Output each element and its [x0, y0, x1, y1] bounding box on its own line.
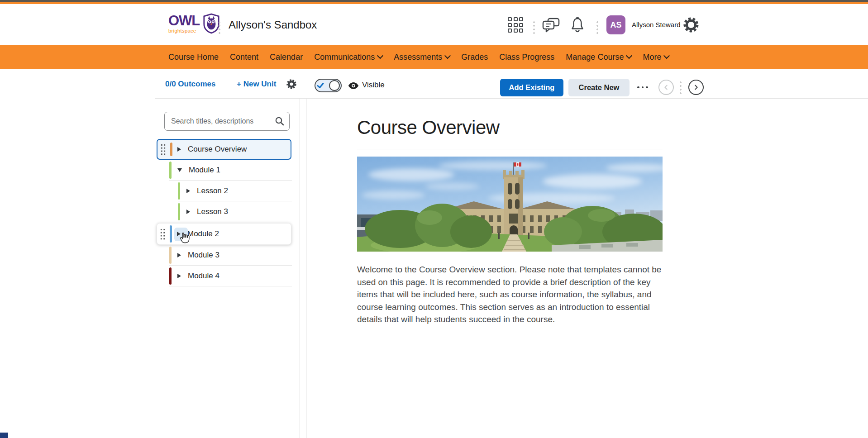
nav-content[interactable]: Content	[230, 52, 258, 62]
logo-subtext: brightspace	[168, 29, 200, 34]
header-divider	[596, 20, 598, 34]
chevron-down-icon	[626, 52, 632, 59]
sidebar-divider	[300, 99, 300, 438]
tree-item-module-4[interactable]: Module 4	[169, 266, 292, 286]
collapse-arrow-icon[interactable]	[177, 168, 182, 172]
application-window: OWL brightspace Allyson's Sandbox	[0, 0, 868, 438]
search-input[interactable]	[164, 112, 290, 131]
color-bar	[170, 143, 172, 156]
tree-item-module-3[interactable]: Module 3	[169, 245, 292, 266]
header-divider	[533, 20, 535, 34]
visibility-toggle[interactable]	[315, 79, 342, 92]
logo-text: OWL	[168, 14, 200, 28]
avatar[interactable]: AS	[606, 15, 625, 34]
gear-icon[interactable]	[286, 79, 297, 90]
corner-blue-square	[0, 433, 8, 438]
toolbar-divider	[680, 81, 682, 94]
chevron-down-icon	[377, 52, 383, 59]
heading-divider	[357, 149, 663, 149]
drag-handle-icon[interactable]	[160, 228, 166, 240]
new-unit-button[interactable]: + New Unit	[237, 80, 276, 89]
tree-item-lesson-2[interactable]: Lesson 2	[178, 181, 292, 201]
nav-communications[interactable]: Communications	[314, 52, 382, 62]
nav-course-home[interactable]: Course Home	[168, 52, 219, 62]
nav-label: Communications	[314, 52, 375, 62]
nav-grades[interactable]: Grades	[461, 52, 488, 62]
content-panel-edge	[306, 99, 307, 438]
tree-item-label: Lesson 2	[197, 186, 228, 195]
nav-label: Manage Course	[566, 52, 624, 62]
bell-icon[interactable]	[570, 17, 585, 33]
create-new-button[interactable]: Create New	[568, 79, 630, 96]
pointer-cursor-icon	[178, 231, 191, 245]
color-bar	[169, 247, 172, 264]
nav-label: Content	[230, 52, 258, 62]
tree-item-course-overview[interactable]: Course Overview	[157, 139, 291, 160]
previous-button[interactable]	[658, 80, 674, 95]
tree-item-label: Module 1	[189, 166, 220, 175]
chevron-right-icon	[692, 83, 700, 91]
toggle-knob[interactable]	[329, 80, 340, 91]
expand-arrow-icon[interactable]	[177, 253, 181, 257]
chevron-down-icon	[444, 52, 451, 59]
color-bar	[178, 203, 180, 220]
logo-text-block: OWL brightspace	[168, 14, 200, 34]
nav-class-progress[interactable]: Class Progress	[499, 52, 554, 62]
tree-item-lesson-3[interactable]: Lesson 3	[178, 201, 292, 222]
chevron-down-icon	[663, 52, 670, 59]
search-box	[164, 112, 290, 131]
nav-more[interactable]: More	[643, 52, 669, 62]
expand-arrow-icon[interactable]	[177, 274, 181, 278]
user-name[interactable]: Allyson Steward	[632, 4, 681, 45]
nav-manage-course[interactable]: Manage Course	[566, 52, 631, 62]
nav-calendar[interactable]: Calendar	[270, 52, 303, 62]
tree-item-label: Lesson 3	[197, 207, 228, 216]
expand-arrow-icon[interactable]	[177, 147, 181, 152]
next-button[interactable]	[688, 80, 704, 95]
apps-grid-icon[interactable]	[508, 17, 523, 33]
chat-icon[interactable]	[542, 18, 560, 33]
course-title: Allyson's Sandbox	[229, 4, 317, 45]
nav-label: More	[643, 52, 661, 62]
nav-assessments[interactable]: Assessments	[394, 52, 450, 62]
toolbar-bottom-border	[155, 98, 868, 99]
tree-item-label: Module 4	[188, 271, 219, 281]
tree-item-label: Module 2	[187, 229, 219, 238]
chevron-left-icon	[662, 83, 670, 91]
owl-brightspace-logo[interactable]: OWL brightspace	[168, 13, 220, 34]
color-bar	[170, 225, 172, 243]
drag-handle-icon[interactable]	[160, 143, 166, 156]
check-icon	[316, 82, 324, 89]
eye-icon	[348, 82, 359, 90]
outcomes-link[interactable]: 0/0 Outcomes	[165, 80, 216, 89]
add-existing-button[interactable]: Add Existing	[500, 79, 563, 96]
color-bar	[169, 162, 172, 179]
gear-icon[interactable]	[682, 16, 700, 33]
tree-item-module-1[interactable]: Module 1	[169, 160, 292, 181]
nav-label: Calendar	[270, 52, 303, 62]
page-title: Course Overview	[357, 117, 500, 138]
course-navbar: Course Home Content Calendar Communicati…	[0, 45, 868, 69]
nav-label: Class Progress	[499, 52, 554, 62]
visible-label: Visible	[362, 81, 385, 90]
tree-item-label: Module 3	[188, 251, 219, 260]
header-bar: OWL brightspace Allyson's Sandbox	[0, 4, 868, 45]
content-toolbar: 0/0 Outcomes + New Unit Visible Add Exis…	[0, 69, 868, 99]
expand-arrow-icon[interactable]	[186, 209, 190, 214]
campus-panorama-illustration	[357, 157, 663, 252]
search-icon[interactable]	[275, 116, 285, 126]
color-bar	[178, 182, 180, 200]
expand-arrow-icon[interactable]	[186, 189, 190, 193]
more-options-button[interactable]	[637, 81, 653, 94]
campus-panorama-image	[357, 157, 663, 252]
nav-label: Grades	[461, 52, 488, 62]
tree-item-module-2[interactable]: Module 2	[157, 223, 291, 245]
owl-shield-icon	[203, 13, 220, 34]
nav-label: Course Home	[168, 52, 219, 62]
nav-label: Assessments	[394, 52, 442, 62]
tree-item-label: Course Overview	[188, 145, 247, 154]
color-bar	[169, 267, 172, 285]
header-divider	[219, 20, 220, 34]
overview-paragraph: Welcome to the Course Overview section. …	[357, 263, 664, 326]
